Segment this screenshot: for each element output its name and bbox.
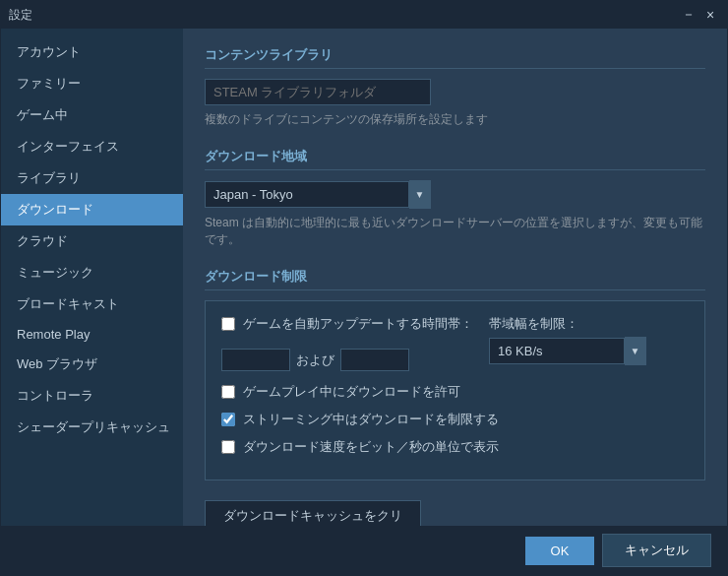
settings-window: 設定 － × アカウントファミリーゲーム中インターフェイスライブラリダウンロード… <box>0 0 728 576</box>
main-panel: コンテンツライブラリ 複数のドライブにコンテンツの保存場所を設定します ダウンロ… <box>183 29 727 526</box>
auto-update-checkbox[interactable] <box>221 317 235 331</box>
allow-download-ingame-label[interactable]: ゲームプレイ中にダウンロードを許可 <box>221 383 689 401</box>
sidebar-item-ingame[interactable]: ゲーム中 <box>1 99 183 131</box>
region-dropdown-wrapper: Japan - Tokyo Japan - Osaka ▼ <box>205 180 431 209</box>
footer: OK キャンセル <box>1 526 727 575</box>
bandwidth-dropdown-arrow: ▼ <box>625 337 646 365</box>
auto-update-text: ゲームを自動アップデートする時間帯： <box>243 315 473 333</box>
sidebar-item-library[interactable]: ライブラリ <box>1 162 183 194</box>
and-label: および <box>296 352 334 369</box>
download-limit-title: ダウンロード制限 <box>205 268 705 290</box>
show-bps-text: ダウンロード速度をビット／秒の単位で表示 <box>243 438 499 456</box>
cache-section: ダウンロードキャッシュをクリアする ダウンロードキャッシュをクリアすることで、ア… <box>205 500 705 526</box>
bandwidth-dropdown-wrapper: 16 KB/s 32 KB/s 64 KB/s 128 KB/s 無制限 ▼ <box>489 337 646 365</box>
download-limit-section: ダウンロード制限 ゲームを自動アップデートする時間帯： および <box>205 268 705 480</box>
allow-download-ingame-checkbox[interactable] <box>221 385 235 399</box>
time-end-input[interactable] <box>340 349 409 371</box>
limit-during-streaming-label[interactable]: ストリーミング中はダウンロードを制限する <box>221 411 689 428</box>
time-start-input[interactable] <box>221 349 290 371</box>
region-dropdown-arrow: ▼ <box>409 180 431 209</box>
limit-during-streaming-checkbox[interactable] <box>221 413 235 426</box>
content-library-desc: 複数のドライブにコンテンツの保存場所を設定します <box>205 111 705 128</box>
time-col: ゲームを自動アップデートする時間帯： および <box>221 315 473 371</box>
limit-during-streaming-text: ストリーミング中はダウンロードを制限する <box>243 411 499 428</box>
show-bps-checkbox[interactable] <box>221 440 235 454</box>
download-region-desc: Steam は自動的に地理的に最も近いダウンロードサーバーの位置を選択しますが、… <box>205 215 705 248</box>
sidebar-item-download[interactable]: ダウンロード <box>1 194 183 225</box>
sidebar: アカウントファミリーゲーム中インターフェイスライブラリダウンロードクラウドミュー… <box>1 29 183 526</box>
time-bandwidth-row: ゲームを自動アップデートする時間帯： および 帯域幅を制限： <box>221 315 689 371</box>
content-area: アカウントファミリーゲーム中インターフェイスライブラリダウンロードクラウドミュー… <box>1 29 727 526</box>
sidebar-item-controller[interactable]: コントローラ <box>1 380 183 412</box>
close-button[interactable]: × <box>701 6 719 24</box>
sidebar-item-shader[interactable]: シェーダープリキャッシュ <box>1 412 183 443</box>
library-folder-input[interactable] <box>205 79 431 105</box>
sidebar-item-music[interactable]: ミュージック <box>1 257 183 288</box>
download-region-section: ダウンロード地域 Japan - Tokyo Japan - Osaka ▼ S… <box>205 148 705 248</box>
sidebar-item-broadcast[interactable]: ブロードキャスト <box>1 288 183 320</box>
bandwidth-col: 帯域幅を制限： 16 KB/s 32 KB/s 64 KB/s 128 KB/s… <box>489 315 646 365</box>
cancel-button[interactable]: キャンセル <box>602 534 711 567</box>
minimize-button[interactable]: － <box>680 6 698 24</box>
show-bps-label[interactable]: ダウンロード速度をビット／秒の単位で表示 <box>221 438 689 456</box>
ok-button[interactable]: OK <box>525 537 594 565</box>
content-library-title: コンテンツライブラリ <box>205 46 705 69</box>
clear-cache-button[interactable]: ダウンロードキャッシュをクリアする <box>205 500 421 526</box>
time-inputs: および <box>221 349 473 371</box>
sidebar-item-family[interactable]: ファミリー <box>1 68 183 99</box>
sidebar-item-account[interactable]: アカウント <box>1 36 183 68</box>
sidebar-item-interface[interactable]: インターフェイス <box>1 131 183 162</box>
sidebar-item-webbrowser[interactable]: Web ブラウザ <box>1 349 183 380</box>
bandwidth-label: 帯域幅を制限： <box>489 315 646 333</box>
title-bar-controls: － × <box>680 6 719 24</box>
bandwidth-select[interactable]: 16 KB/s 32 KB/s 64 KB/s 128 KB/s 無制限 <box>489 338 625 364</box>
window-title: 設定 <box>9 7 32 24</box>
download-region-title: ダウンロード地域 <box>205 148 705 170</box>
sidebar-item-remoteplay[interactable]: Remote Play <box>1 320 183 349</box>
auto-update-label[interactable]: ゲームを自動アップデートする時間帯： <box>221 315 473 333</box>
content-library-section: コンテンツライブラリ 複数のドライブにコンテンツの保存場所を設定します <box>205 46 705 128</box>
region-select[interactable]: Japan - Tokyo Japan - Osaka <box>205 181 409 208</box>
allow-download-ingame-text: ゲームプレイ中にダウンロードを許可 <box>243 383 460 401</box>
limit-box: ゲームを自動アップデートする時間帯： および 帯域幅を制限： <box>205 300 705 480</box>
sidebar-item-cloud[interactable]: クラウド <box>1 225 183 257</box>
title-bar: 設定 － × <box>1 1 727 29</box>
